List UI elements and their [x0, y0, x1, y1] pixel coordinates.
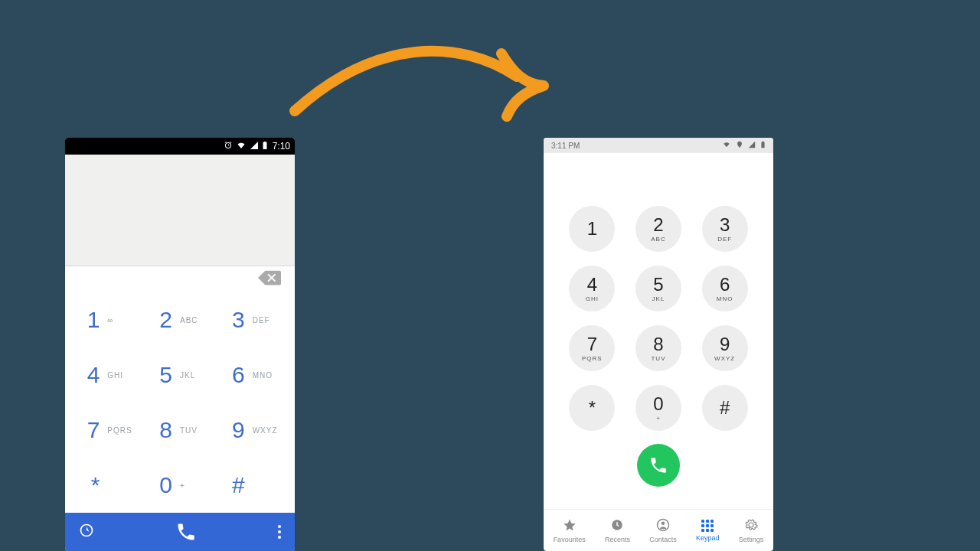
dialpad-digit: 9 [230, 417, 245, 443]
svg-point-2 [662, 521, 665, 525]
dialpad-digit: # [230, 472, 245, 498]
backspace-button[interactable] [258, 270, 281, 289]
location-icon [736, 141, 743, 150]
dialpad-key-2[interactable]: 2ABC [144, 292, 217, 347]
dialpad-letters: TUV [651, 355, 665, 362]
dialpad-letters: PQRS [582, 355, 603, 362]
status-bar: 7:10 [65, 138, 295, 155]
dialpad-letters: WXYZ [253, 426, 276, 435]
dialpad-letters: JKL [180, 371, 203, 380]
dialpad-digit: 5 [653, 276, 663, 294]
dialpad-letters: ∞ [107, 316, 130, 324]
dialpad-digit: 3 [230, 307, 245, 333]
dialpad-key-5[interactable]: 5JKL [635, 266, 681, 311]
bottom-action-bar [65, 513, 295, 551]
dialpad-key-#[interactable]: # [216, 458, 289, 513]
tab-favourites[interactable]: Favourites [554, 518, 586, 543]
dialpad-digit: 1 [587, 220, 597, 238]
tab-settings[interactable]: Settings [739, 518, 764, 543]
dialpad-key-1[interactable]: 1 [569, 206, 615, 252]
dialpad-digit: 2 [157, 307, 172, 333]
tab-keypad[interactable]: Keypad [696, 520, 720, 542]
dialpad-digit: 3 [720, 216, 730, 234]
tab-label: Recents [605, 536, 630, 543]
tab-label: Keypad [696, 534, 720, 542]
status-time: 3:11 PM [551, 142, 580, 150]
dialpad-letters: + [180, 481, 203, 490]
dialpad-key-*[interactable]: * [569, 385, 615, 431]
dialpad-letters: WXYZ [714, 355, 735, 362]
dialpad: 1∞2ABC3DEF4GHI5JKL6MNO7PQRS8TUV9WXYZ*0+# [65, 292, 295, 513]
dialpad-letters: + [656, 415, 661, 422]
dialpad-key-4[interactable]: 4GHI [569, 266, 615, 311]
dialpad-digit: 4 [587, 276, 597, 294]
transition-arrow [283, 31, 559, 122]
dialpad-letters: MNO [253, 371, 276, 380]
dialpad-key-9[interactable]: 9WXYZ [702, 325, 748, 371]
dialpad-key-7[interactable]: 7PQRS [71, 403, 144, 458]
number-display-area [544, 153, 773, 199]
dialpad-digit: 9 [720, 335, 730, 354]
person-icon [656, 518, 670, 533]
dialpad-key-9[interactable]: 9WXYZ [216, 403, 289, 458]
dialpad-digit: 0 [157, 472, 172, 498]
dialpad-letters: ABC [180, 316, 203, 324]
dialpad-key-3[interactable]: 3DEF [702, 206, 748, 252]
tab-recents[interactable]: Recents [605, 518, 630, 543]
dialpad-digit: 2 [653, 216, 663, 234]
dialpad-key-6[interactable]: 6MNO [216, 347, 289, 403]
battery-icon [760, 141, 766, 150]
dialpad-key-6[interactable]: 6MNO [702, 266, 748, 311]
dialpad-letters: ABC [651, 236, 665, 243]
call-button[interactable] [171, 517, 201, 547]
phone-new-dialer: 3:11 PM 12ABC3DEF4GHI5JKL6MNO7PQRS8TUV9W… [544, 138, 773, 551]
dialpad-key-8[interactable]: 8TUV [635, 325, 681, 371]
wifi-icon [236, 141, 247, 152]
number-display-area [65, 155, 295, 266]
dialpad-key-8[interactable]: 8TUV [144, 403, 217, 458]
dialpad-digit: 7 [587, 335, 597, 354]
dialpad-key-7[interactable]: 7PQRS [569, 325, 615, 371]
dialpad-digit: # [720, 399, 730, 417]
dialpad-key-#[interactable]: # [702, 385, 748, 431]
tab-label: Contacts [649, 536, 677, 543]
dialpad-key-4[interactable]: 4GHI [71, 347, 144, 403]
star-icon [563, 518, 577, 533]
dialpad-digit: 4 [84, 362, 100, 388]
tab-contacts[interactable]: Contacts [649, 518, 677, 543]
dialpad-digit: * [84, 472, 100, 498]
call-button[interactable] [637, 444, 680, 487]
bottom-tab-bar: FavouritesRecentsContactsKeypadSettings [544, 509, 773, 551]
dialpad-key-3[interactable]: 3DEF [216, 292, 289, 347]
dialpad-digit: * [589, 399, 596, 417]
dialpad-key-5[interactable]: 5JKL [144, 347, 217, 403]
dialpad-digit: 1 [84, 307, 100, 333]
status-time: 7:10 [273, 141, 290, 152]
dialpad-letters: TUV [180, 426, 203, 435]
dialpad-digit: 8 [653, 335, 663, 354]
dialpad-letters: PQRS [107, 426, 130, 435]
keypad-icon [701, 520, 714, 532]
overflow-menu-button[interactable] [278, 525, 281, 539]
gear-icon [744, 518, 758, 533]
signal-icon [250, 141, 259, 152]
dialpad-digit: 6 [230, 362, 245, 388]
history-button[interactable] [79, 523, 94, 541]
dialpad-letters: DEF [717, 236, 732, 243]
dialpad-letters: JKL [652, 295, 665, 302]
tab-label: Favourites [554, 536, 586, 543]
dialpad-key-0[interactable]: 0+ [144, 458, 217, 513]
dialpad-key-1[interactable]: 1∞ [71, 292, 144, 347]
dialpad-letters: GHI [586, 295, 599, 302]
wifi-icon [722, 141, 731, 150]
dialpad-digit: 7 [84, 417, 100, 443]
dialpad-key-*[interactable]: * [71, 458, 144, 513]
dialpad-key-0[interactable]: 0+ [635, 385, 681, 431]
dialpad-letters: DEF [253, 316, 276, 324]
dialpad-digit: 6 [720, 276, 730, 294]
dialpad-key-2[interactable]: 2ABC [635, 206, 681, 252]
battery-icon [262, 141, 268, 152]
dialpad-digit: 8 [157, 417, 172, 443]
dialpad-digit: 0 [653, 395, 663, 413]
status-bar: 3:11 PM [544, 138, 773, 153]
